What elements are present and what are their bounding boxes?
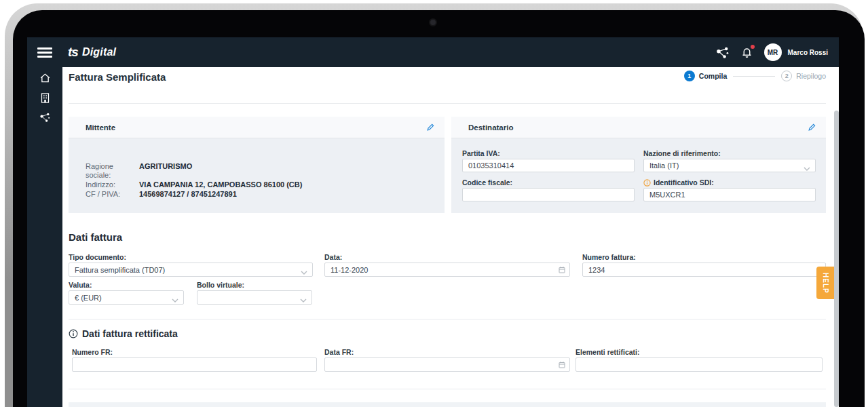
dati-rettificata-title: Dati fattura rettificata xyxy=(82,328,178,339)
info-icon[interactable] xyxy=(69,329,78,338)
step-2-circle[interactable]: 2 xyxy=(781,71,792,81)
chevron-down-icon xyxy=(172,296,178,304)
partita-iva-input[interactable] xyxy=(462,159,635,172)
main-content: Fattura Semplificata 1 Compila 2 Riepilo… xyxy=(62,67,839,407)
chevron-down-icon xyxy=(300,296,307,304)
edit-destinatario-icon[interactable] xyxy=(808,123,816,132)
sdi-input[interactable] xyxy=(643,188,816,201)
mittente-row-label: CF / PIVA: xyxy=(86,190,139,199)
elementi-rettificati-input[interactable] xyxy=(575,357,823,372)
step-2-label: Riepilogo xyxy=(796,72,826,80)
sidebar-item-company[interactable] xyxy=(39,92,51,104)
tipo-documento-label: Tipo documento: xyxy=(69,253,126,261)
mittente-row-value: AGRITURISMO xyxy=(139,162,302,180)
chevron-down-icon xyxy=(301,268,307,276)
mittente-row-value: 14569874127 / 87451247891 xyxy=(139,190,302,199)
bollo-virtuale-select[interactable] xyxy=(197,290,312,305)
divider xyxy=(69,103,826,104)
mittente-card: Mittente Ragione sociale: AGRITURISMO In… xyxy=(69,117,445,214)
step-1-label: Compila xyxy=(699,72,727,80)
numero-fattura-input[interactable] xyxy=(582,263,826,277)
sdi-label: Identificativo SDI: xyxy=(654,178,714,187)
calendar-icon[interactable] xyxy=(558,360,566,369)
hamburger-menu-icon[interactable] xyxy=(37,47,52,57)
chevron-down-icon xyxy=(804,164,810,172)
bollo-virtuale-label: Bollo virtuale: xyxy=(197,281,244,289)
wizard-stepper: 1 Compila 2 Riepilogo xyxy=(684,71,826,81)
elementi-rettificati-label: Elementi rettificati: xyxy=(575,348,640,356)
edit-mittente-icon[interactable] xyxy=(426,123,435,132)
stepper-connector xyxy=(733,76,775,77)
device-camera xyxy=(429,18,437,26)
step-1-circle[interactable]: 1 xyxy=(684,71,695,81)
sidebar-item-network[interactable] xyxy=(39,111,51,123)
page-title: Fattura Semplificata xyxy=(69,71,166,83)
notifications-bell-icon[interactable] xyxy=(740,45,755,59)
calendar-icon[interactable] xyxy=(558,265,566,274)
codice-fiscale-label: Codice fiscale: xyxy=(462,178,512,187)
data-label: Data: xyxy=(324,253,342,261)
vertical-scrollbar[interactable] xyxy=(834,111,839,407)
info-icon[interactable] xyxy=(643,179,651,187)
notification-badge xyxy=(751,45,755,49)
mittente-row-value: VIA CAMPANIA 12, CAMPOBASSO 86100 (CB) xyxy=(139,180,302,189)
partita-iva-label: Partita IVA: xyxy=(462,149,500,157)
nazione-select[interactable]: Italia (IT) xyxy=(643,159,816,172)
mittente-card-title: Mittente xyxy=(86,123,115,132)
data-fr-input[interactable] xyxy=(324,357,570,372)
data-input[interactable] xyxy=(324,263,570,277)
divider xyxy=(69,389,826,389)
mittente-row-label: Ragione sociale: xyxy=(86,162,139,180)
sidebar-item-home[interactable] xyxy=(39,72,51,84)
ts-logo-icon: ts xyxy=(68,45,78,60)
dati-fattura-title: Dati fattura xyxy=(69,231,122,243)
numero-fr-label: Numero FR: xyxy=(72,348,113,356)
top-navigation-bar: ts Digital MR Marco Rossi xyxy=(27,37,839,67)
logo-text: Digital xyxy=(82,46,116,58)
codice-fiscale-input[interactable] xyxy=(462,188,635,201)
left-sidebar xyxy=(27,67,62,407)
numero-fattura-label: Numero fattura: xyxy=(582,253,636,261)
data-fr-label: Data FR: xyxy=(324,348,354,356)
divider xyxy=(69,319,826,319)
app-logo: ts Digital xyxy=(68,37,116,67)
user-name[interactable]: Marco Rossi xyxy=(788,49,828,56)
numero-fr-input[interactable] xyxy=(72,357,317,372)
next-section-card-edge xyxy=(69,402,826,407)
mittente-row-label: Indirizzo: xyxy=(86,180,139,189)
destinatario-card: Destinatario Partita IVA: Nazione di rif… xyxy=(451,117,826,214)
valuta-label: Valuta: xyxy=(69,281,92,289)
destinatario-card-title: Destinatario xyxy=(468,123,513,132)
user-avatar[interactable]: MR xyxy=(764,43,782,61)
apps-network-icon[interactable] xyxy=(715,45,730,59)
nazione-label: Nazione di riferimento: xyxy=(643,149,721,157)
help-tab[interactable]: HELP xyxy=(816,267,834,299)
valuta-select[interactable]: € (EUR) xyxy=(69,290,184,305)
tipo-documento-select[interactable]: Fattura semplificata (TD07) xyxy=(69,263,313,277)
